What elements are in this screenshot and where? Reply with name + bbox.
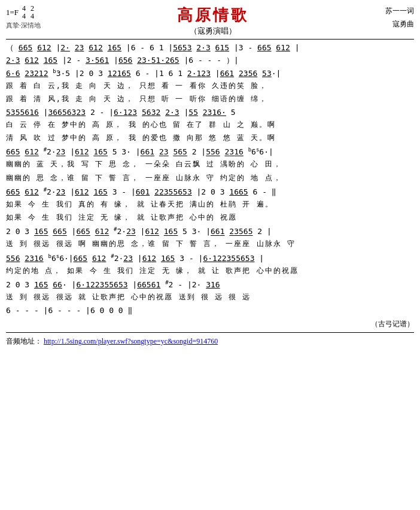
top-divider — [6, 39, 414, 40]
key-info: 1=F 4 4 2 4 — [6, 5, 41, 20]
page-container: 1=F 4 4 2 4 真挚·深情地 高原情歌 （寇勇演唱） 苏一一词 寇勇曲 — [6, 5, 414, 347]
composer: 寇勇曲 — [385, 18, 414, 31]
notation-row-8: 556 2316 b6s6·|665 612 #2·23 |612 165 3 … — [6, 252, 414, 265]
header-right: 苏一一词 寇勇曲 — [385, 5, 414, 31]
lyric-row-4: 如果 今 生 我们 真的 有 缘， 就 让春天把 满山的 杜鹃 开 遍。 — [6, 199, 414, 210]
lyricist: 苏一一词 — [385, 5, 414, 18]
music-content: （ 665 612 |2· 23 612 165 |6 - 6 1 |5653 … — [6, 42, 414, 330]
lyric-row-3b: 幽幽的 思 念，谁 留 下 誓 言， 一座座 山脉永 守 约定的 地 点， — [6, 172, 414, 184]
notation-row-2: 2·3 612 165 |2 - 3·561 |656 23·51·265 |6… — [6, 54, 414, 67]
notation-row-10: 6 - - - |6 - - - |6 0 0 0 ‖ — [6, 305, 414, 317]
notation-row-3: 6·6 23212 b3·5 |2 0 3 12165 6 - |1 6 1 2… — [6, 67, 414, 80]
lyric-row-3: 幽幽的 蓝 天，我 写 下 思 念， 一朵朵 白云飘 过 湡盼的 心 田， — [6, 159, 414, 170]
key-label: 1=F — [6, 7, 19, 19]
song-title: 高原情歌 — [41, 5, 385, 26]
notation-row-9: 2 0 3 165 66· |6·122355653 |66561 #2 - |… — [6, 278, 414, 292]
notation-row-1: （ 665 612 |2· 23 612 165 |6 - 6 1 |5653 … — [6, 42, 414, 54]
lyric-row-1: 跟 着 白 云,我 走 向 天 边， 只想 看 一 看你 久违的笑 脸， — [6, 80, 414, 92]
notation-row-7: 2 0 3 165 665 |665 612 #2·23 |612 165 5 … — [6, 225, 414, 238]
lyric-row-2b: 清 风 吹 过 梦中的 高 原， 我 的爱也 撒 向那 悠 悠 蓝 天。啊 — [6, 132, 414, 144]
notation-row-6: 665 612 #2·23 |612 165 3 - |601 22355653… — [6, 186, 414, 199]
time-bottom2: 4 — [31, 13, 34, 20]
header-center: 高原情歌 （寇勇演唱） — [41, 5, 385, 37]
url-label: 音频地址： — [6, 337, 42, 345]
footer-note: （古弓记谱） — [371, 318, 414, 330]
header-left: 1=F 4 4 2 4 真挚·深情地 — [6, 5, 41, 31]
lyric-row-7: 送 到 很远 很远 就 让歌声把 心中的祝愿 送到 很 远 很 远 — [6, 292, 414, 303]
header: 1=F 4 4 2 4 真挚·深情地 高原情歌 （寇勇演唱） 苏一一词 寇勇曲 — [6, 5, 414, 37]
lyric-row-4b: 如果 今 生 我们 注定 无 缘， 就 让歌声把 心中的 祝愿 — [6, 212, 414, 223]
url-link[interactable]: http://1.5sing.com/player.swf?songtype=y… — [44, 337, 218, 345]
time-signature: 4 4 — [22, 5, 26, 20]
lyric-row-6: 约定的地 点， 如果 今 生 我们 注定 无 缘， 就 让 歌声把 心中的祝愿 — [6, 265, 414, 277]
notation-row-4: 5355616 |36656323 2 - |6·123 5632 2·3 |5… — [6, 107, 414, 119]
time-bottom: 4 — [22, 13, 26, 20]
lyric-row-1b: 跟 着 清 风,我 走 向 天 边， 只想 听 一 听你 细语的缠 绵， — [6, 93, 414, 105]
singer-info: （寇勇演唱） — [41, 26, 385, 37]
lyric-row-5: 送 到 很远 很远 啊 幽幽的思 念，谁 留 下 誓 言， 一座座 山脉永 守 — [6, 238, 414, 250]
style-label: 真挚·深情地 — [6, 20, 41, 31]
notation-row-5: 665 612 #2·23 |612 165 5 3· |661 23 565 … — [6, 145, 414, 159]
bottom-divider — [6, 332, 414, 333]
lyric-row-2: 白 云 停 在 梦中的 高 原， 我 的心也 留 在了 群 山 之 巅。啊 — [6, 119, 414, 130]
time-signature-2: 2 4 — [31, 5, 34, 20]
url-line: 音频地址： http://1.5sing.com/player.swf?song… — [6, 336, 414, 347]
